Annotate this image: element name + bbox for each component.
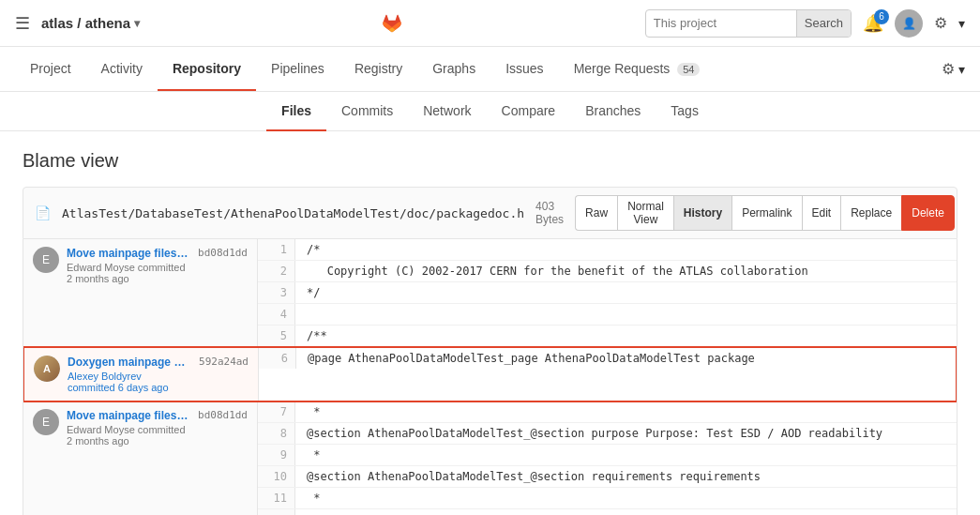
primary-nav: Project Activity Repository Pipelines Re… [0, 47, 980, 92]
line-code: */ [295, 282, 957, 303]
tab-tags[interactable]: Tags [656, 92, 714, 131]
settings-button[interactable]: ⚙ [934, 14, 947, 32]
line-num: 10 [258, 466, 295, 487]
line-code: * [295, 488, 957, 508]
nav-registry[interactable]: Registry [339, 48, 417, 91]
btn-delete[interactable]: Delete [901, 195, 955, 231]
line-code: * [295, 509, 957, 515]
settings-chevron: ▾ [958, 16, 965, 31]
avatar-3: E [33, 409, 59, 435]
tab-network[interactable]: Network [408, 92, 486, 131]
nav-issues[interactable]: Issues [490, 48, 558, 91]
line-code [295, 304, 957, 325]
blame-group-2-highlighted: A Doxygen mainpage command fixes Alexey … [23, 346, 957, 402]
btn-replace[interactable]: Replace [840, 195, 901, 231]
hamburger-icon[interactable]: ☰ [15, 13, 30, 34]
btn-edit[interactable]: Edit [802, 195, 841, 231]
table-row: 3 */ [258, 282, 957, 304]
commit-info-3: E Move mainpage files to packagedo... Ed… [23, 401, 258, 515]
table-row: 11 * [258, 488, 957, 509]
top-bar: ☰ atlas / athena ▾ Search 🔔 6 👤 ⚙ ▾ [0, 0, 980, 47]
line-num: 12 [258, 509, 295, 515]
btn-permalink[interactable]: Permalink [731, 195, 801, 231]
lines-group-3: 7 * 8 @section AthenaPoolDataModelTest_@… [258, 401, 957, 515]
commit-info-1: E Move mainpage files to packagedo... Ed… [23, 239, 258, 346]
brand-text: atlas / athena [41, 15, 130, 31]
file-path-bar: 📄 AtlasTest/DatabaseTest/AthenaPoolDataM… [23, 187, 957, 239]
search-button[interactable]: Search [796, 9, 851, 38]
line-num: 8 [258, 423, 295, 444]
line-num: 9 [258, 445, 295, 465]
line-num: 6 [259, 348, 296, 369]
file-icon: 📄 [35, 205, 51, 220]
commit-details-3: Move mainpage files to packagedo... Edwa… [67, 409, 190, 447]
top-right-controls: Search 🔔 6 👤 ⚙ ▾ [645, 9, 965, 38]
table-row: 9 * [258, 445, 957, 466]
line-num: 5 [258, 326, 295, 346]
commit-author-1: Edward Moyse committed 2 months ago [67, 262, 190, 284]
avatar-1: E [33, 247, 59, 273]
btn-history[interactable]: History [673, 195, 731, 231]
gitlab-logo [374, 6, 410, 41]
table-row: 12 * [258, 509, 957, 515]
notifications-badge: 6 [874, 9, 889, 24]
tab-branches[interactable]: Branches [570, 92, 656, 131]
commit-hash-2: 592a24ad [199, 356, 249, 368]
nav-pipelines[interactable]: Pipelines [256, 48, 339, 91]
commit-hash-3: bd08d1dd [198, 409, 248, 421]
line-num: 1 [258, 239, 295, 260]
search-box: Search [645, 9, 852, 38]
blame-group-3: E Move mainpage files to packagedo... Ed… [23, 401, 957, 515]
nav-activity[interactable]: Activity [86, 48, 158, 91]
line-code: @section AthenaPoolDataModelTest_@sectio… [295, 466, 957, 487]
line-code: /** [295, 326, 957, 346]
blame-group-1: E Move mainpage files to packagedo... Ed… [23, 239, 957, 347]
line-code: @page AthenaPoolDataModelTest_page Athen… [296, 348, 956, 369]
commit-hash-1: bd08d1dd [198, 247, 248, 259]
table-row: 10 @section AthenaPoolDataModelTest_@sec… [258, 466, 957, 488]
file-size: 403 Bytes [535, 200, 564, 226]
nav-project[interactable]: Project [15, 48, 86, 91]
secondary-nav: Files Commits Network Compare Branches T… [0, 92, 980, 131]
commit-info-2: A Doxygen mainpage command fixes Alexey … [24, 348, 259, 401]
tab-commits[interactable]: Commits [326, 92, 408, 131]
tab-compare[interactable]: Compare [487, 92, 571, 131]
line-code: @section AthenaPoolDataModelTest_@sectio… [295, 423, 957, 444]
table-row: 4 [258, 304, 957, 326]
logo-center [140, 6, 645, 41]
nav-repository[interactable]: Repository [158, 48, 256, 91]
table-row: 1 /* [258, 239, 957, 261]
user-avatar[interactable]: 👤 [895, 9, 923, 38]
commit-details-2: Doxygen mainpage command fixes Alexey Bo… [68, 356, 191, 393]
commit-message-3[interactable]: Move mainpage files to packagedo... [67, 409, 190, 422]
commit-details-1: Move mainpage files to packagedo... Edwa… [67, 247, 190, 284]
commit-message-1[interactable]: Move mainpage files to packagedo... [67, 247, 190, 260]
line-code: * [295, 445, 957, 465]
search-input[interactable] [646, 16, 796, 30]
nav-merge-requests[interactable]: Merge Requests 54 [559, 48, 716, 91]
page-title: Blame view [23, 150, 957, 172]
file-actions: Raw Normal View History Permalink Edit R… [575, 195, 955, 231]
nav-graphs[interactable]: Graphs [417, 48, 490, 91]
line-code: * [295, 401, 957, 422]
file-path: AtlasTest/DatabaseTest/AthenaPoolDataMod… [62, 206, 524, 220]
blame-table: E Move mainpage files to packagedo... Ed… [23, 239, 957, 515]
project-settings-chevron: ▾ [958, 62, 965, 77]
line-num: 2 [258, 261, 295, 281]
project-settings-button[interactable]: ⚙ [942, 60, 955, 78]
lines-group-2: 6 @page AthenaPoolDataModelTest_page Ath… [259, 348, 956, 401]
line-code: /* [295, 239, 957, 260]
commit-message-2[interactable]: Doxygen mainpage command fixes [68, 356, 191, 369]
table-row: 5 /** [258, 326, 957, 346]
notifications-button[interactable]: 🔔 6 [863, 13, 883, 34]
commit-author-3: Edward Moyse committed 2 months ago [67, 424, 190, 447]
tab-files[interactable]: Files [266, 92, 326, 131]
btn-raw[interactable]: Raw [575, 195, 617, 231]
table-row: 7 * [258, 401, 957, 423]
merge-requests-badge: 54 [677, 63, 700, 76]
avatar-2: A [34, 356, 60, 382]
table-row: 6 @page AthenaPoolDataModelTest_page Ath… [259, 348, 956, 369]
btn-normal-view[interactable]: Normal View [617, 195, 673, 231]
brand-link[interactable]: atlas / athena ▾ [41, 15, 140, 31]
page-content: Blame view 📄 AtlasTest/DatabaseTest/Athe… [0, 131, 980, 515]
